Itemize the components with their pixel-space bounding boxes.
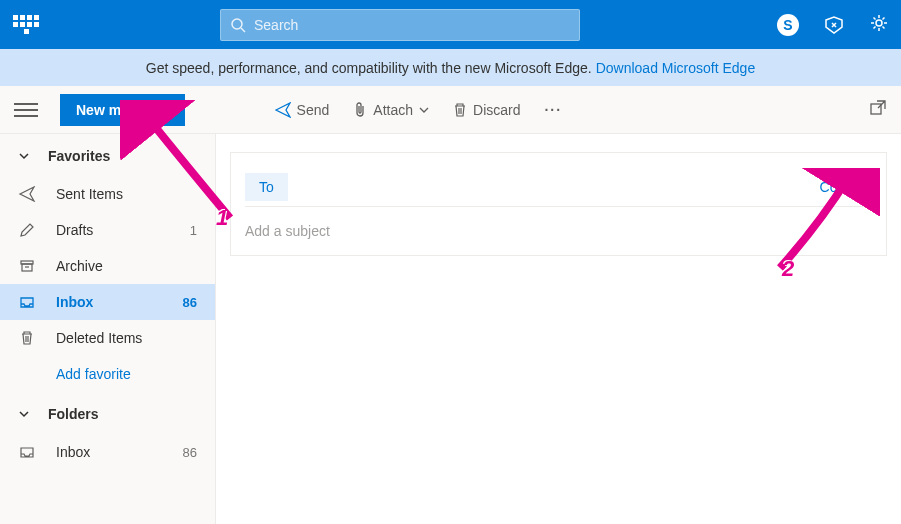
promo-text: Get speed, performance, and compatibilit… — [146, 60, 592, 76]
folders-section-header[interactable]: Folders — [0, 392, 215, 434]
sidebar-folder-inbox[interactable]: Inbox 86 — [0, 434, 215, 470]
compose-toolbar: New message Send Attach Discard ··· — [0, 86, 901, 134]
cc-link[interactable]: Cc — [820, 179, 837, 195]
sidebar-item-label: Drafts — [56, 222, 190, 238]
top-bar: S — [0, 0, 901, 49]
sidebar-item-count: 1 — [190, 223, 197, 238]
sidebar-item-drafts[interactable]: Drafts 1 — [0, 212, 215, 248]
sidebar-item-inbox[interactable]: Inbox 86 — [0, 284, 215, 320]
trash-icon — [18, 330, 36, 346]
skype-icon[interactable]: S — [777, 14, 799, 36]
bcc-link[interactable]: Bcc — [849, 179, 872, 195]
popout-icon[interactable] — [869, 99, 887, 121]
inbox-icon — [18, 444, 36, 460]
attach-label: Attach — [373, 102, 413, 118]
app-launcher-icon[interactable] — [12, 11, 40, 39]
sidebar: Favorites Sent Items Drafts 1 Archive In… — [0, 134, 216, 524]
discard-label: Discard — [473, 102, 520, 118]
svg-line-1 — [241, 28, 245, 32]
paperclip-icon — [353, 102, 367, 118]
folders-label: Folders — [48, 406, 99, 422]
send-icon — [275, 102, 291, 118]
sidebar-item-label: Deleted Items — [56, 330, 197, 346]
sidebar-item-count: 86 — [183, 445, 197, 460]
trash-icon — [453, 102, 467, 118]
search-icon — [230, 17, 246, 33]
annotation-number-2: 2 — [782, 256, 794, 282]
premium-icon[interactable] — [823, 14, 845, 36]
more-actions-button[interactable]: ··· — [544, 102, 562, 118]
new-message-button[interactable]: New message — [60, 94, 185, 126]
sidebar-item-count: 86 — [183, 295, 197, 310]
sidebar-item-label: Inbox — [56, 444, 183, 460]
chevron-down-icon — [18, 150, 30, 162]
sent-icon — [18, 186, 36, 202]
send-button[interactable]: Send — [275, 102, 330, 118]
chevron-down-icon — [419, 105, 429, 115]
sidebar-item-label: Archive — [56, 258, 197, 274]
promo-link[interactable]: Download Microsoft Edge — [596, 60, 756, 76]
to-row: To Cc Bcc — [245, 167, 872, 207]
pencil-icon — [18, 222, 36, 238]
settings-icon[interactable] — [869, 13, 889, 37]
sidebar-item-label: Sent Items — [56, 186, 197, 202]
sidebar-item-deleted[interactable]: Deleted Items — [0, 320, 215, 356]
favorites-section-header[interactable]: Favorites — [0, 134, 215, 176]
search-box[interactable] — [220, 9, 580, 41]
annotation-number-1: 1 — [216, 205, 228, 231]
svg-point-2 — [876, 20, 882, 26]
favorites-label: Favorites — [48, 148, 110, 164]
inbox-icon — [18, 294, 36, 310]
compose-pane: To Cc Bcc — [216, 134, 901, 524]
sidebar-item-sent[interactable]: Sent Items — [0, 176, 215, 212]
svg-point-0 — [232, 19, 242, 29]
add-favorite-link[interactable]: Add favorite — [0, 356, 215, 392]
archive-icon — [18, 258, 36, 274]
sidebar-item-archive[interactable]: Archive — [0, 248, 215, 284]
to-button[interactable]: To — [245, 173, 288, 201]
subject-row — [245, 207, 872, 255]
attach-button[interactable]: Attach — [353, 102, 429, 118]
subject-input[interactable] — [245, 223, 872, 239]
promo-banner: Get speed, performance, and compatibilit… — [0, 49, 901, 86]
hamburger-icon[interactable] — [14, 99, 38, 121]
chevron-down-icon — [18, 408, 30, 420]
send-label: Send — [297, 102, 330, 118]
svg-rect-3 — [871, 104, 881, 114]
search-input[interactable] — [254, 17, 570, 33]
discard-button[interactable]: Discard — [453, 102, 520, 118]
sidebar-item-label: Inbox — [56, 294, 183, 310]
